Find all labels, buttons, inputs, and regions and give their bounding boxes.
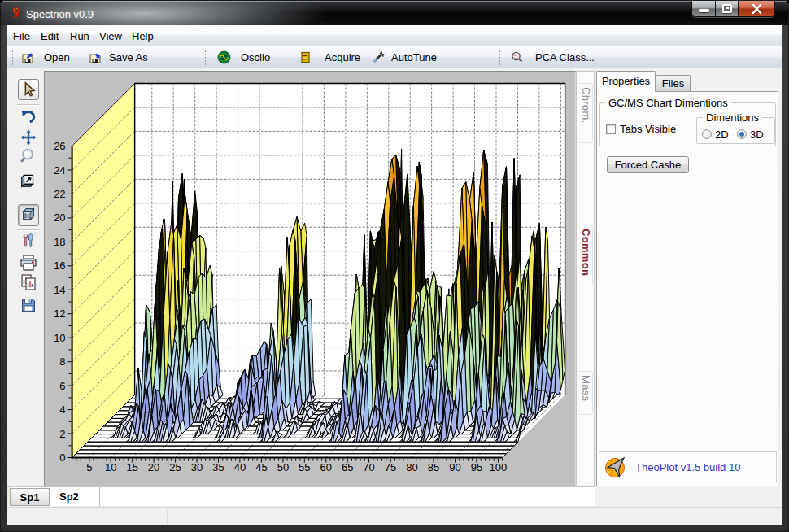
svg-text:100: 100 xyxy=(490,461,508,473)
svg-text:65: 65 xyxy=(342,461,353,473)
svg-text:8: 8 xyxy=(59,355,65,368)
svg-text:45: 45 xyxy=(255,461,267,473)
svg-text:3d: 3d xyxy=(24,211,33,220)
svg-text:90: 90 xyxy=(449,461,460,473)
svg-text:22: 22 xyxy=(54,188,65,200)
svg-text:40: 40 xyxy=(234,461,246,473)
svg-text:10: 10 xyxy=(105,461,116,473)
svg-text:5: 5 xyxy=(86,461,92,473)
svg-text:55: 55 xyxy=(299,461,310,473)
svg-text:12: 12 xyxy=(54,307,65,320)
svg-text:0: 0 xyxy=(59,451,65,464)
svg-text:15: 15 xyxy=(126,461,137,473)
svg-text:18: 18 xyxy=(54,236,65,248)
svg-text:4: 4 xyxy=(59,403,65,416)
svg-text:20: 20 xyxy=(148,461,159,473)
svg-text:50: 50 xyxy=(277,461,289,473)
svg-text:6: 6 xyxy=(59,380,65,392)
svg-text:70: 70 xyxy=(363,461,374,473)
svg-text:16: 16 xyxy=(54,259,65,272)
svg-text:80: 80 xyxy=(406,461,417,473)
svg-text:24: 24 xyxy=(54,164,65,177)
svg-text:95: 95 xyxy=(471,461,482,473)
svg-text:10: 10 xyxy=(54,332,65,344)
svg-text:20: 20 xyxy=(54,211,65,224)
svg-text:30: 30 xyxy=(191,461,203,473)
svg-text:75: 75 xyxy=(385,461,396,473)
svg-text:2: 2 xyxy=(59,428,65,440)
svg-text:60: 60 xyxy=(320,461,332,473)
svg-text:26: 26 xyxy=(54,140,65,152)
svg-text:25: 25 xyxy=(169,461,181,473)
svg-text:35: 35 xyxy=(212,461,224,473)
svg-text:85: 85 xyxy=(428,461,439,473)
svg-text:14: 14 xyxy=(54,284,65,296)
